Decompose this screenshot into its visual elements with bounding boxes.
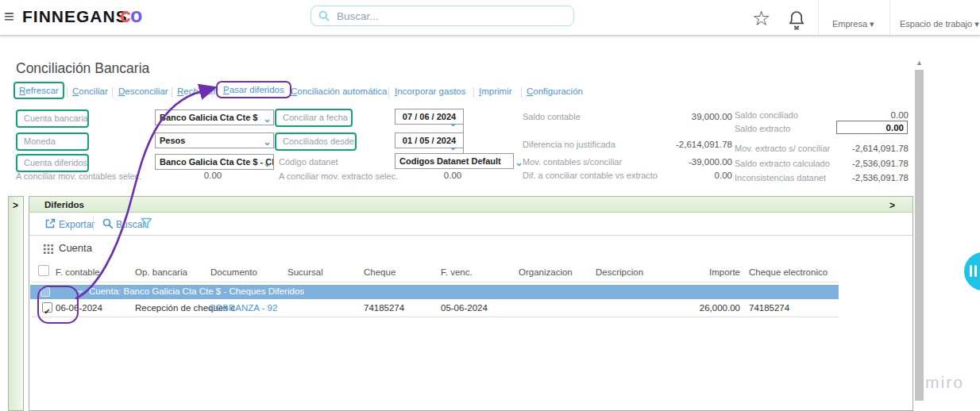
moneda-select[interactable]: Pesos	[155, 133, 274, 148]
toolbar-divider	[112, 87, 113, 98]
toolbar-divider	[212, 87, 213, 98]
cell-cheque-electronico: 74185274	[749, 303, 789, 313]
export-button[interactable]: Exportar	[59, 219, 95, 230]
a-conciliar-extracto-value: 0.00	[435, 171, 470, 180]
label-saldo-extracto: Saldo extracto	[735, 124, 790, 133]
col-op-bancaria[interactable]: Op. bancaria	[135, 267, 187, 277]
toolbar-imprimir[interactable]: Imprimir	[479, 86, 512, 96]
saldo-extracto-calculado-value: -2,536,091.78	[826, 159, 909, 168]
expand-left-icon[interactable]: >	[13, 200, 18, 211]
search-icon	[318, 10, 330, 21]
label-saldo-extracto-calculado: Saldo extracto calculado	[735, 159, 830, 168]
cuenta-bancaria-select[interactable]: Banco Galicia Cta Cte $	[155, 109, 274, 125]
mov-extracto-sconciliar-value: -2,614,091.78	[826, 144, 909, 153]
label-a-conciliar-extracto: A conciliar mov. extracto selec.	[279, 171, 398, 181]
chevron-down-icon[interactable]: ⌄	[263, 138, 272, 146]
cell-cheque: 74185274	[364, 303, 404, 313]
chevron-down-icon[interactable]: ⌄	[449, 143, 457, 151]
filter-funnel-icon[interactable]	[141, 217, 152, 229]
panel-toolbar-rule	[29, 235, 912, 236]
chevron-down-icon[interactable]: ⌄	[263, 159, 272, 167]
notifications-bell-icon[interactable]	[787, 10, 806, 30]
label-codigo-datanet: Código datanet	[279, 157, 338, 167]
toolbar-conciliacion-automatica[interactable]: Conciliación automática	[291, 86, 387, 96]
check-icon: ✔	[44, 307, 50, 316]
toolbar-conciliar[interactable]: Conciliar	[72, 86, 108, 96]
header-divider	[889, 0, 890, 35]
label-diferencia-no-justificada: Diferencia no justificada	[523, 140, 615, 149]
diferidos-panel-header[interactable]: Diferidos >	[29, 196, 913, 213]
toolbar-divider	[172, 87, 172, 98]
pause-fab-button[interactable]	[964, 252, 980, 290]
scroll-up-icon[interactable]: ▲	[916, 59, 923, 67]
col-importe[interactable]: Importe	[675, 267, 740, 277]
pause-icon	[974, 265, 977, 277]
diferencia-no-justificada-value: -2,614,091.78	[612, 140, 732, 149]
label-a-conciliar-contables: A conciliar mov. contables selec.	[16, 171, 141, 181]
miro-watermark: miro	[925, 373, 964, 392]
vertical-scrollbar[interactable]	[915, 70, 924, 401]
col-f-venc[interactable]: F. venc.	[441, 267, 473, 277]
toolbar-pasar-diferidos[interactable]: Pasar diferidos	[216, 81, 291, 98]
col-sucursal[interactable]: Sucursal	[287, 267, 323, 277]
date-field-border	[463, 125, 464, 133]
panel-collapse-strip[interactable]: >	[8, 196, 24, 411]
company-menu[interactable]: Empresa ▾	[832, 19, 874, 29]
panel-toolbar-divider	[93, 217, 94, 230]
global-search[interactable]	[311, 6, 574, 26]
page-title: Conciliación Bancaria	[16, 60, 149, 77]
cell-f-venc: 05-06-2024	[441, 303, 488, 313]
saldo-extracto-input[interactable]	[836, 121, 908, 134]
saldo-contable-value: 39,000.00	[612, 112, 732, 121]
cuenta-diferidos-select[interactable]: Banco Galicia Cta Cte $ - Chequ	[155, 154, 274, 170]
col-documento[interactable]: Documento	[210, 267, 257, 277]
toolbar-desconciliar[interactable]: Desconciliar	[118, 86, 168, 96]
label-cuenta-diferidos: Cuenta diferidos	[16, 154, 89, 172]
label-conciliados-desde: Conciliados desde	[275, 133, 357, 151]
search-icon	[102, 218, 114, 229]
grid-handle-icon[interactable]	[44, 244, 53, 254]
col-cheque-electronico[interactable]: Cheque electronico	[749, 267, 828, 277]
collapse-group-icon[interactable]: ⌄	[76, 284, 84, 295]
col-f-contable[interactable]: F. contable	[56, 267, 100, 277]
panel-title: Diferidos	[44, 200, 84, 209]
row-checkbox-checked[interactable]: ✔	[42, 302, 52, 313]
label-saldo-contable: Saldo contable	[523, 112, 581, 121]
label-mov-contables-sconciliar: Mov. contables s/conciliar	[523, 157, 622, 167]
cell-importe: 26,000.00	[675, 303, 740, 313]
col-organizacion[interactable]: Organizacion	[519, 267, 573, 277]
grouping-chip[interactable]: Cuenta	[59, 242, 92, 254]
cell-f-contable: 06-06-2024	[56, 303, 102, 313]
col-descripcion[interactable]: Descripcion	[596, 267, 643, 277]
group-row[interactable]: ⌄ Cuenta: Banco Galicia Cta Cte $ - Cheq…	[30, 285, 839, 299]
label-moneda: Moneda	[16, 133, 89, 151]
hamburger-menu-icon[interactable]: ≡	[4, 6, 14, 27]
header-rule	[32, 282, 839, 282]
header-divider	[818, 0, 819, 35]
chevron-down-icon[interactable]: ⌄	[449, 119, 457, 127]
codigo-datanet-select[interactable]: Codigos Datanet Default	[395, 153, 514, 169]
toolbar-divider	[67, 87, 68, 98]
col-cheque[interactable]: Cheque	[364, 267, 395, 277]
export-icon	[45, 218, 56, 229]
toolbar-configuracion[interactable]: Configuración	[527, 86, 583, 96]
toolbar-divider	[521, 87, 522, 98]
favorites-star-icon[interactable]: ☆	[752, 8, 770, 29]
search-input[interactable]	[335, 10, 537, 23]
label-conciliar-a-fecha: Conciliar a fecha	[275, 109, 353, 127]
toolbar-refrescar[interactable]: Refrescar	[14, 82, 64, 99]
cell-documento-link[interactable]: COBRANZA - 92	[209, 303, 277, 313]
caret-down-icon: ▾	[870, 19, 874, 29]
workspace-menu[interactable]: Espacio de trabajo ▾	[900, 19, 979, 29]
select-all-checkbox[interactable]	[38, 265, 49, 276]
group-row-label: Cuenta: Banco Galicia Cta Cte $ - Cheque…	[89, 286, 304, 296]
chevron-down-icon[interactable]: ⌄	[263, 115, 272, 123]
pause-icon	[970, 265, 972, 277]
inconsistencias-datanet-value: -2,536,091.78	[826, 173, 909, 182]
toolbar-rechazar[interactable]: Rechazar	[177, 86, 216, 96]
expand-right-icon[interactable]: >	[889, 200, 895, 211]
toolbar-incorporar-gastos[interactable]: Incorporar gastos	[395, 86, 466, 96]
group-checkbox[interactable]	[41, 287, 50, 297]
a-conciliar-contables-value: 0.00	[193, 171, 233, 180]
brand-logo-text[interactable]: FINNEGANS	[22, 7, 128, 26]
